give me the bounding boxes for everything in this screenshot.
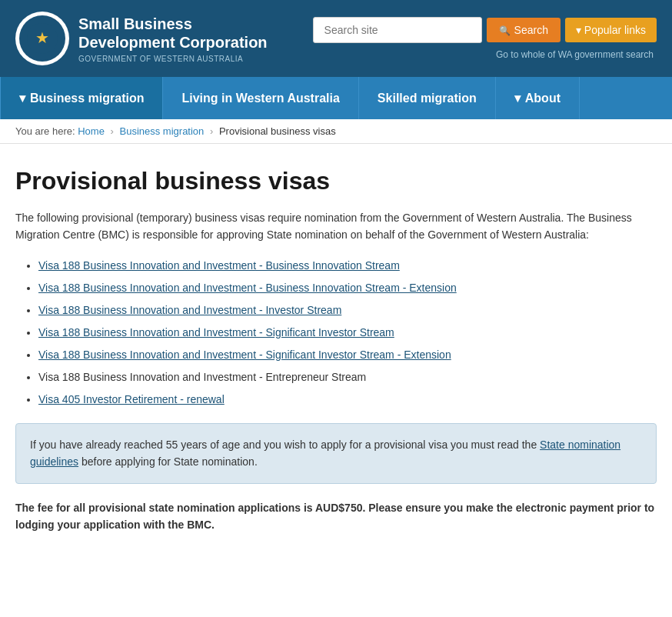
breadcrumb-current: Provisional business visas	[219, 125, 336, 137]
nav-label-business-migration: Business migration	[30, 92, 144, 105]
org-name-line1: Small Business	[78, 15, 192, 32]
list-item: Visa 188 Business Innovation and Investm…	[38, 325, 657, 341]
visa-link-3[interactable]: Visa 188 Business Innovation and Investm…	[38, 304, 341, 316]
breadcrumb-business-migration[interactable]: Business migration	[120, 125, 205, 137]
org-name-line2: Development Corporation	[78, 34, 268, 51]
intro-text: The following provisional (temporary) bu…	[15, 209, 657, 244]
breadcrumb-label: You are here:	[15, 125, 75, 137]
org-text-block: Small Business Development Corporation G…	[78, 15, 268, 63]
search-row: Search ▾ Popular links	[313, 17, 657, 43]
site-header: ★ Small Business Development Corporation…	[0, 0, 672, 77]
breadcrumb-sep2: ›	[210, 125, 213, 137]
list-item: Visa 188 Business Innovation and Investm…	[38, 280, 657, 296]
logo-icon: ★	[19, 15, 65, 62]
visa-link-4[interactable]: Visa 188 Business Innovation and Investm…	[38, 326, 394, 339]
visa-link-5[interactable]: Visa 188 Business Innovation and Investm…	[38, 349, 451, 361]
logo-area: ★ Small Business Development Corporation…	[15, 12, 268, 65]
nav-item-living[interactable]: Living in Western Australia	[163, 77, 358, 119]
search-icon	[499, 24, 511, 36]
main-nav: ▾ Business migration Living in Western A…	[0, 77, 672, 119]
main-content: Provisional business visas The following…	[0, 144, 672, 556]
visa-text-6: Visa 188 Business Innovation and Investm…	[38, 371, 366, 383]
header-right: Search ▾ Popular links Go to whole of WA…	[313, 17, 657, 60]
nav-label-living: Living in Western Australia	[181, 92, 339, 105]
info-box: If you have already reached 55 years of …	[15, 423, 657, 484]
wa-search-link-row: Go to whole of WA government search	[496, 48, 657, 60]
nav-label-about: About	[525, 92, 561, 105]
nav-item-business-migration[interactable]: ▾ Business migration	[0, 77, 163, 119]
nav-item-about[interactable]: ▾ About	[496, 77, 580, 119]
list-item: Visa 188 Business Innovation and Investm…	[38, 258, 657, 274]
svg-text:★: ★	[35, 29, 49, 46]
org-name: Small Business Development Corporation	[78, 15, 268, 52]
list-item: Visa 405 Investor Retirement - renewal	[38, 392, 657, 408]
logo-circle: ★	[15, 12, 69, 65]
chevron-down-icon: ▾	[514, 91, 521, 105]
popular-links-label: Popular links	[584, 24, 646, 36]
search-button[interactable]: Search	[487, 18, 561, 42]
info-box-text-before: If you have already reached 55 years of …	[30, 439, 540, 451]
page-title: Provisional business visas	[15, 167, 657, 195]
gov-label: GOVERNMENT OF WESTERN AUSTRALIA	[78, 55, 268, 63]
popular-links-button[interactable]: ▾ Popular links	[565, 18, 657, 42]
visa-link-2[interactable]: Visa 188 Business Innovation and Investm…	[38, 282, 457, 294]
visa-link-7[interactable]: Visa 405 Investor Retirement - renewal	[38, 393, 225, 405]
info-box-text-after: before applying for State nomination.	[78, 455, 258, 468]
nav-label-skilled: Skilled migration	[378, 92, 477, 105]
nav-item-skilled[interactable]: Skilled migration	[359, 77, 496, 119]
list-item: Visa 188 Business Innovation and Investm…	[38, 302, 657, 319]
fee-notice-text: The fee for all provisional state nomina…	[15, 502, 654, 531]
search-input[interactable]	[313, 17, 482, 43]
visa-list: Visa 188 Business Innovation and Investm…	[15, 258, 657, 408]
list-item: Visa 188 Business Innovation and Investm…	[38, 347, 657, 363]
breadcrumb: You are here: Home › Business migration …	[0, 119, 672, 144]
fee-notice: The fee for all provisional state nomina…	[15, 499, 657, 534]
coat-of-arms-icon: ★	[25, 22, 59, 55]
breadcrumb-home[interactable]: Home	[78, 125, 105, 137]
list-item: Visa 188 Business Innovation and Investm…	[38, 369, 657, 385]
visa-link-1[interactable]: Visa 188 Business Innovation and Investm…	[38, 259, 400, 272]
search-button-label: Search	[514, 24, 548, 36]
wa-search-link[interactable]: Go to whole of WA government search	[496, 49, 654, 60]
chevron-down-icon: ▾	[19, 91, 25, 105]
breadcrumb-sep1: ›	[111, 125, 114, 137]
chevron-down-icon: ▾	[576, 24, 584, 36]
